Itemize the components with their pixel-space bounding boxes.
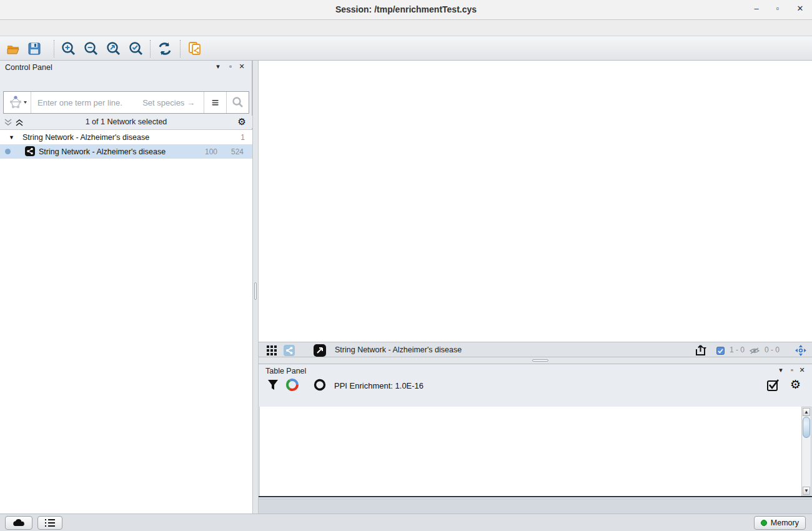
table-settings-gear-icon[interactable]: ⚙ [790, 377, 801, 391]
app-window: Session: /tmp/enrichmentTest.cys – ▫ ✕ [0, 0, 812, 531]
scroll-up-arrow-icon[interactable]: ▲ [803, 408, 810, 416]
status-bar: Memory [0, 514, 812, 531]
network-selection-status: 1 of 1 Network selected [0, 117, 252, 126]
set-species-link[interactable]: Set species → [142, 98, 204, 107]
main-toolbar: ? [0, 36, 812, 61]
hidden-eye-icon[interactable] [750, 347, 760, 355]
share-view-icon[interactable] [284, 345, 295, 356]
selected-checkbox-icon[interactable] [716, 347, 725, 355]
control-panel: Control Panel ▾ ▫ ✕ Enter one term per l… [0, 61, 252, 514]
task-history-button[interactable] [37, 516, 62, 530]
zoom-in-icon[interactable] [61, 41, 77, 57]
memory-button[interactable]: Memory [754, 516, 806, 530]
control-panel-title: Control Panel [5, 63, 52, 72]
save-session-icon[interactable] [26, 41, 42, 57]
grid-view-icon[interactable] [266, 345, 277, 356]
network-node-count: 100 [205, 147, 217, 156]
scroll-down-arrow-icon[interactable]: ▼ [803, 487, 810, 495]
hidden-count: 0 - 0 [765, 345, 780, 354]
hsplitter-grip[interactable] [532, 359, 548, 362]
current-network-dot-icon [5, 149, 11, 154]
menu-bar [0, 20, 812, 36]
minimize-button[interactable]: – [750, 4, 763, 13]
network-collection-row[interactable]: ▼ String Network - Alzheimer's disease 1 [0, 130, 252, 144]
cloud-tasks-button[interactable] [5, 516, 32, 530]
string-search-bar: Enter one term per line. Set species → ≡ [3, 91, 249, 114]
open-session-icon[interactable] [5, 41, 21, 57]
ring-chart-icon[interactable] [314, 379, 326, 391]
splitter-grip[interactable] [254, 282, 257, 300]
horizontal-splitter[interactable] [259, 357, 812, 364]
network-view-title: String Network - Alzheimer's disease [335, 345, 462, 354]
network-edge-count: 524 [231, 147, 244, 156]
table-tabs [259, 499, 812, 514]
maximize-button[interactable]: ▫ [771, 4, 785, 13]
network-tree: ▼ String Network - Alzheimer's disease 1… [0, 129, 252, 514]
window-title: Session: /tmp/enrichmentTest.cys [0, 4, 812, 14]
network-options-gear-icon[interactable]: ⚙ [238, 116, 246, 127]
network-label: String Network - Alzheimer's disease [39, 147, 166, 156]
collection-label: String Network - Alzheimer's disease [22, 133, 149, 142]
table-vertical-scrollbar[interactable]: ▲ ▼ [801, 407, 811, 496]
string-query-input[interactable]: Enter one term per line. [31, 98, 142, 107]
table-panel-title: Table Panel [265, 367, 306, 375]
apply-layout-icon[interactable] [157, 41, 173, 57]
panel-close-icon[interactable]: ✕ [237, 62, 247, 71]
table-panel-collapse-icon[interactable]: ▾ [776, 366, 786, 374]
zoom-out-icon[interactable] [83, 41, 99, 57]
string-logo-icon[interactable] [4, 92, 31, 113]
network-row[interactable]: String Network - Alzheimer's disease 100… [0, 144, 252, 159]
string-search-icon[interactable] [226, 92, 249, 113]
panel-float-icon[interactable]: ▫ [225, 62, 235, 70]
table-panel-close-icon[interactable]: ✕ [797, 366, 807, 374]
panel-collapse-icon[interactable]: ▾ [213, 62, 223, 71]
birdseye-toggle-icon[interactable] [795, 344, 807, 357]
enrichment-chart-icon[interactable] [286, 379, 299, 391]
collection-count: 1 [240, 133, 245, 142]
network-view-canvas[interactable] [259, 61, 812, 342]
collection-caret-icon[interactable]: ▼ [9, 134, 14, 141]
string-options-icon[interactable]: ≡ [204, 92, 226, 113]
network-view-toolbar: String Network - Alzheimer's disease 1 -… [259, 342, 812, 357]
memory-label: Memory [771, 519, 799, 527]
ppi-enrichment-label: PPI Enrichment: 1.0E-16 [334, 381, 423, 390]
zoom-fit-icon[interactable] [106, 41, 122, 57]
network-share-icon [25, 146, 35, 156]
export-view-icon[interactable] [695, 344, 708, 357]
scrollbar-thumb[interactable] [803, 417, 810, 438]
select-rows-checkbox-icon[interactable] [767, 379, 780, 392]
table-panel: Table Panel ▾ ▫ ✕ PPI Enrichment: 1.0E-1… [259, 364, 812, 499]
enrichment-table-body [259, 407, 801, 496]
title-bar: Session: /tmp/enrichmentTest.cys – ▫ ✕ [0, 0, 812, 20]
close-button[interactable]: ✕ [793, 4, 807, 13]
detach-view-icon[interactable] [314, 344, 326, 357]
selected-count: 1 - 0 [730, 345, 745, 354]
vertical-splitter[interactable] [252, 61, 259, 514]
zoom-selected-icon[interactable] [128, 41, 144, 57]
memory-status-dot-icon [761, 520, 767, 526]
clone-network-icon[interactable] [187, 41, 203, 57]
filter-funnel-icon[interactable] [267, 379, 279, 390]
table-panel-float-icon[interactable]: ▫ [787, 366, 797, 374]
